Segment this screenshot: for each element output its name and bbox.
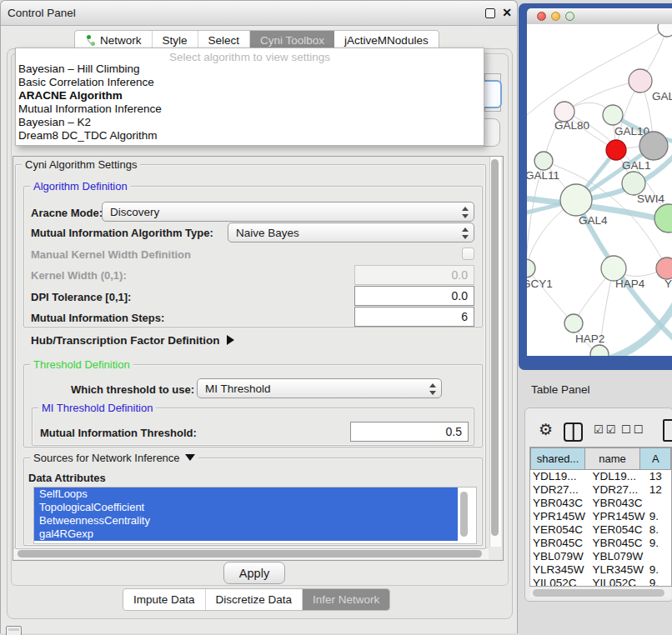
tab-label: Style — [163, 34, 188, 47]
network-node-gcy1[interactable] — [527, 259, 535, 278]
table-cell: YLR345W — [530, 563, 589, 577]
attribute-item-gal4rgexp[interactable]: gal4RGexp — [34, 528, 458, 541]
unselect-all-columns-icon[interactable]: ☐☐ — [621, 423, 645, 436]
mi-steps-field[interactable]: 6 — [354, 307, 474, 327]
network-node[interactable] — [654, 204, 672, 232]
network-node[interactable] — [590, 345, 609, 356]
table-cell: YIL052C — [530, 577, 589, 587]
sources-title[interactable]: Sources for Network Inference — [30, 452, 198, 464]
control-panel-titlebar[interactable]: Control Panel ✕ — [1, 1, 517, 26]
mi-type-label: Mutual Information Algorithm Type: — [31, 227, 213, 239]
table-cell: YDL19... — [530, 470, 589, 483]
tab-impute-data[interactable]: Impute Data — [123, 589, 206, 610]
algorithm-option-aracne-algorithm[interactable]: ARACNE Algorithm — [16, 89, 484, 102]
tab-infer-network[interactable]: Infer Network — [303, 589, 389, 610]
table-row[interactable]: YBR043CYBR043C — [530, 497, 671, 510]
close-icon[interactable]: ✕ — [502, 6, 512, 19]
network-node-y[interactable] — [656, 258, 672, 279]
algorithm-option-bayesian-k2[interactable]: Bayesian – K2 — [16, 116, 484, 129]
mi-steps-label: Mutual Information Steps: — [31, 312, 164, 324]
table-cell: YBL079W — [530, 550, 589, 563]
aracne-mode-combo[interactable]: Discovery — [102, 202, 474, 222]
zoom-traffic-light[interactable] — [565, 12, 574, 21]
dpi-tolerance-field[interactable]: 0.0 — [354, 286, 474, 306]
kernel-width-label: Kernel Width (0,1): — [31, 269, 127, 282]
control-panel-window: Control Panel ✕ NetworkStyleSelectCyni T… — [0, 0, 518, 633]
table-cell: YER054C — [589, 523, 647, 537]
manual-kernel-checkbox[interactable] — [462, 248, 474, 260]
combo-spinner-icon — [461, 227, 468, 240]
algorithm-definition-title: Algorithm Definition — [30, 180, 131, 192]
table-row[interactable]: YBL079WYBL079W — [530, 550, 671, 563]
settings-hscrollbar-thumb[interactable] — [18, 550, 482, 558]
close-traffic-light[interactable] — [537, 12, 546, 21]
kernel-width-value: 0.0 — [452, 268, 468, 282]
network-node-hap2[interactable] — [564, 314, 583, 332]
table-cell: 13 — [648, 470, 671, 483]
new-table-icon[interactable] — [663, 419, 672, 442]
tab-label: Infer Network — [313, 593, 379, 606]
mi-threshold-field[interactable]: 0.5 — [350, 422, 469, 442]
network-edge — [527, 268, 574, 323]
network-node-gal4[interactable] — [560, 184, 592, 216]
tab-label: jActiveMNodules — [344, 34, 429, 47]
network-node-gal1[interactable] — [606, 140, 626, 160]
mi-threshold-label: Mutual Information Threshold: — [40, 427, 197, 439]
hub-tf-toggle[interactable]: Hub/Transcription Factor Definition — [31, 334, 234, 347]
algorithm-option-mutual-information-inference[interactable]: Mutual Information Inference — [16, 102, 484, 116]
algorithm-popup-header: Select algorithm to view settings — [16, 48, 484, 62]
minimize-traffic-light[interactable] — [551, 12, 560, 21]
attribute-item-betweennesscentrality[interactable]: BetweennessCentrality — [34, 514, 458, 528]
node-label: GAL4 — [579, 214, 608, 227]
table-cell: 12 — [648, 483, 671, 497]
table-cell: 8. — [648, 523, 671, 537]
maximize-icon[interactable] — [485, 8, 495, 18]
network-node-gal11[interactable] — [534, 152, 553, 170]
column-header-shared-[interactable]: shared... — [530, 448, 585, 470]
combo-spinner-icon — [461, 206, 468, 219]
algorithm-option-dream8-dc-tdc-algorithm[interactable]: Dream8 DC_TDC Algorithm — [16, 129, 484, 142]
mi-algorithm-type-combo[interactable]: Naive Bayes — [228, 222, 474, 242]
mi-threshold-value: 0.5 — [446, 425, 462, 438]
table-row[interactable]: YDR27...YDR27...12 — [530, 483, 671, 497]
settings-vscrollbar-thumb[interactable] — [491, 159, 499, 536]
gear-icon[interactable]: ⚙ — [539, 420, 553, 439]
algorithm-option-bayesian-hill-climbing[interactable]: Bayesian – Hill Climbing — [16, 62, 484, 76]
network-edge — [564, 81, 640, 112]
threshold-definition-title: Threshold Definition — [30, 358, 133, 371]
collapsed-arrow-icon — [227, 335, 234, 345]
attributes-scrollbar-thumb[interactable] — [460, 492, 468, 537]
network-node[interactable] — [639, 132, 668, 160]
minimized-panel-icon[interactable] — [6, 626, 22, 635]
which-threshold-combo[interactable]: MI Threshold — [197, 378, 442, 398]
attribute-item-topologicalcoefficient[interactable]: TopologicalCoefficient — [34, 501, 458, 514]
network-node[interactable] — [658, 24, 672, 37]
apply-button[interactable]: Apply — [223, 562, 285, 584]
node-label: HAP4 — [615, 278, 645, 290]
node-label: HAP2 — [575, 332, 604, 345]
column-header-name[interactable]: name — [585, 448, 640, 470]
table-cell: YBR043C — [530, 497, 589, 510]
network-node-gal2[interactable] — [629, 69, 652, 92]
table-row[interactable]: YLR345WYLR345W9. — [530, 563, 671, 577]
network-node-swi4[interactable] — [622, 172, 645, 195]
table-row[interactable]: YIL052CYIL052C9. — [530, 577, 671, 587]
table-cell: YDR27... — [589, 483, 647, 497]
tab-discretize-data[interactable]: Discretize Data — [206, 589, 303, 610]
table-hscrollbar-thumb[interactable] — [533, 589, 664, 597]
attribute-item-selfloops[interactable]: SelfLoops — [34, 488, 458, 501]
network-window-titlebar[interactable] — [527, 8, 672, 25]
network-node-gal10[interactable] — [603, 105, 623, 125]
apply-button-label: Apply — [239, 567, 269, 580]
split-columns-icon[interactable] — [564, 422, 583, 442]
table-row[interactable]: YDL19...YDL19...13 — [530, 470, 671, 483]
kernel-width-field[interactable]: 0.0 — [354, 265, 474, 285]
network-canvas[interactable]: GAL2GAL80GAL10GAL1GAL11SWI4GAL4GCY1HAP4Y… — [527, 24, 672, 356]
table-cell: YBR045C — [530, 537, 589, 550]
select-all-columns-icon[interactable]: ☑☑ — [594, 423, 618, 436]
algorithm-option-basic-correlation-inference[interactable]: Basic Correlation Inference — [16, 76, 484, 89]
table-row[interactable]: YER054CYER054C8. — [530, 523, 671, 537]
table-row[interactable]: YPR145WYPR145W9. — [530, 510, 671, 523]
column-header-a[interactable]: A — [640, 448, 671, 470]
table-row[interactable]: YBR045CYBR045C9. — [530, 537, 671, 550]
